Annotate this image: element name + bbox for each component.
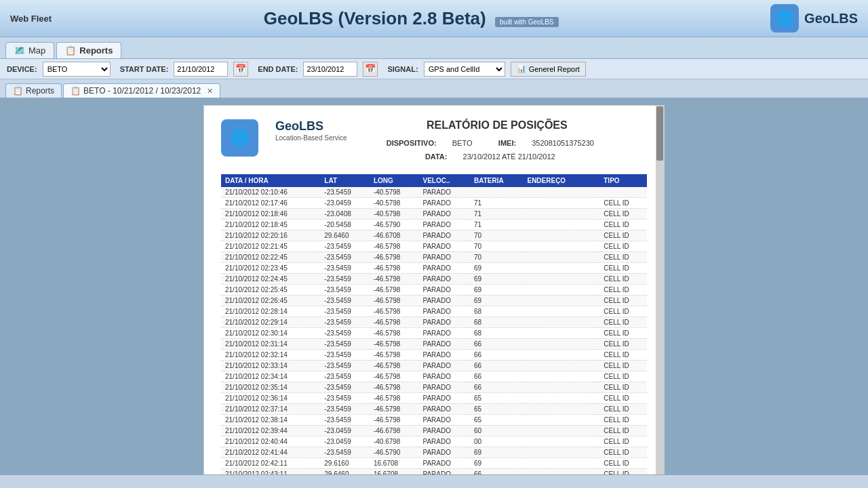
cell-19-5	[523, 392, 599, 403]
scrollbar[interactable]	[656, 106, 664, 474]
table-row: 21/10/2012 02:18:46-23.0408-40.5798PARAD…	[221, 208, 647, 219]
device-select[interactable]: BETO	[43, 62, 111, 77]
topbar: Web Fleet GeoLBS (Version 2.8 Beta) buil…	[0, 0, 868, 37]
cell-23-4: 00	[470, 436, 524, 447]
cell-6-3: PARADO	[419, 251, 470, 262]
cell-23-1: -23.0459	[320, 436, 370, 447]
subtab-reports[interactable]: 📋 Reports	[5, 83, 62, 98]
cell-11-0: 21/10/2012 02:28:14	[221, 306, 320, 317]
cell-1-3: PARADO	[419, 197, 470, 208]
cell-19-2: -46.5798	[370, 392, 419, 403]
table-row: 21/10/2012 02:21:45-23.5459-46.5798PARAD…	[221, 241, 647, 251]
cell-6-2: -46.5798	[370, 251, 419, 262]
cell-20-1: -23.5459	[320, 403, 370, 414]
cell-12-5	[523, 317, 599, 327]
brand-name: GeoLBS	[804, 11, 858, 26]
cell-16-0: 21/10/2012 02:33:14	[221, 360, 320, 371]
cell-23-0: 21/10/2012 02:40:44	[221, 436, 320, 447]
cell-19-4: 65	[470, 392, 524, 403]
cell-18-3: PARADO	[419, 382, 470, 392]
cell-16-5	[523, 360, 599, 371]
report-title: RELATÓRIO DE POSIÇÕES	[347, 119, 647, 131]
cell-13-5	[523, 327, 599, 338]
report-panel: 🌐 GeoLBS Location-Based Service RELATÓRI…	[203, 105, 665, 474]
signal-select[interactable]: GPS and CellId GPS only CellId only	[424, 62, 505, 77]
table-row: 21/10/2012 02:41:44-23.5459-46.5790PARAD…	[221, 447, 647, 458]
cell-25-3: PARADO	[419, 458, 470, 468]
cell-8-0: 21/10/2012 02:24:45	[221, 273, 320, 284]
cell-23-5	[523, 436, 599, 447]
cell-18-2: -46.5798	[370, 382, 419, 392]
cell-1-1: -23.0459	[320, 197, 370, 208]
cell-8-5	[523, 273, 599, 284]
cell-7-6: CELL ID	[599, 262, 647, 273]
cell-22-6: CELL ID	[599, 425, 647, 436]
report-table-body: 21/10/2012 02:10:46-23.5459-40.5798PARAD…	[221, 187, 647, 474]
cell-0-6	[599, 187, 647, 198]
cell-14-3: PARADO	[419, 338, 470, 349]
cell-22-4: 60	[470, 425, 524, 436]
cell-3-5	[523, 219, 599, 230]
cell-4-6: CELL ID	[599, 230, 647, 241]
subtab-beto[interactable]: 📋 BETO - 10/21/2012 / 10/23/2012 ✕	[63, 83, 220, 98]
nav-tab-reports[interactable]: 📋 Reports	[56, 42, 121, 58]
cell-9-5	[523, 284, 599, 295]
cell-16-2: -46.5798	[370, 360, 419, 371]
cell-16-1: -23.5459	[320, 360, 370, 371]
start-date-input[interactable]	[174, 62, 228, 77]
generate-report-button[interactable]: 📊 Generel Report	[511, 62, 586, 77]
subtab-reports-label: Reports	[26, 86, 54, 96]
brand-area: 🌐 GeoLBS	[770, 4, 858, 33]
cell-25-5	[523, 458, 599, 468]
table-row: 21/10/2012 02:38:14-23.5459-46.5798PARAD…	[221, 414, 647, 425]
subtab-reports-icon: 📋	[13, 86, 23, 96]
cell-2-5	[523, 208, 599, 219]
imei-value: 352081051375230	[532, 139, 594, 147]
start-date-calendar-button[interactable]: 📅	[233, 62, 248, 77]
cell-9-0: 21/10/2012 02:25:45	[221, 284, 320, 295]
report-brand-name: GeoLBS	[275, 119, 347, 134]
cell-14-4: 66	[470, 338, 524, 349]
cell-19-6: CELL ID	[599, 392, 647, 403]
table-row: 21/10/2012 02:24:45-23.5459-46.5798PARAD…	[221, 273, 647, 284]
cell-0-2: -40.5798	[370, 187, 419, 198]
report-title-area: RELATÓRIO DE POSIÇÕES DISPOSITIVO: BETO …	[347, 119, 647, 164]
toolbar: DEVICE: BETO START DATE: 📅 END DATE: 📅 S…	[0, 59, 868, 79]
cell-20-2: -46.5798	[370, 403, 419, 414]
cell-5-6: CELL ID	[599, 241, 647, 251]
cell-20-4: 65	[470, 403, 524, 414]
end-date-label: END DATE:	[258, 65, 298, 73]
subtab-close-button[interactable]: ✕	[207, 87, 213, 96]
cell-17-5	[523, 371, 599, 382]
subtab-row: 📋 Reports 📋 BETO - 10/21/2012 / 10/23/20…	[0, 79, 868, 98]
cell-1-2: -40.5798	[370, 197, 419, 208]
cell-0-0: 21/10/2012 02:10:46	[221, 187, 320, 198]
table-row: 21/10/2012 02:22:45-23.5459-46.5798PARAD…	[221, 251, 647, 262]
cell-2-0: 21/10/2012 02:18:46	[221, 208, 320, 219]
web-fleet-label: Web Fleet	[10, 14, 52, 24]
dispositivo-label: DISPOSITIVO:	[387, 139, 437, 147]
table-row: 21/10/2012 02:26:45-23.5459-46.5798PARAD…	[221, 295, 647, 306]
cell-15-1: -23.5459	[320, 349, 370, 360]
subtab-beto-icon: 📋	[71, 86, 81, 96]
col-tipo: TIPO	[599, 174, 647, 187]
scrollbar-thumb[interactable]	[656, 106, 663, 161]
cell-7-5	[523, 262, 599, 273]
cell-1-5	[523, 197, 599, 208]
cell-9-1: -23.5459	[320, 284, 370, 295]
table-row: 21/10/2012 02:30:14-23.5459-46.5798PARAD…	[221, 327, 647, 338]
cell-7-4: 69	[470, 262, 524, 273]
report-meta: DISPOSITIVO: BETO IMEI: 352081051375230	[347, 137, 647, 150]
cell-24-3: PARADO	[419, 447, 470, 458]
cell-0-1: -23.5459	[320, 187, 370, 198]
table-row: 21/10/2012 02:23:45-23.5459-46.5798PARAD…	[221, 262, 647, 273]
cell-18-1: -23.5459	[320, 382, 370, 392]
cell-12-2: -46.5798	[370, 317, 419, 327]
cell-9-2: -46.5798	[370, 284, 419, 295]
cell-17-0: 21/10/2012 02:34:14	[221, 371, 320, 382]
nav-tab-map[interactable]: 🗺️ Map	[5, 42, 54, 58]
end-date-input[interactable]	[303, 62, 357, 77]
cell-15-3: PARADO	[419, 349, 470, 360]
cell-24-5	[523, 447, 599, 458]
end-date-calendar-button[interactable]: 📅	[363, 62, 378, 77]
